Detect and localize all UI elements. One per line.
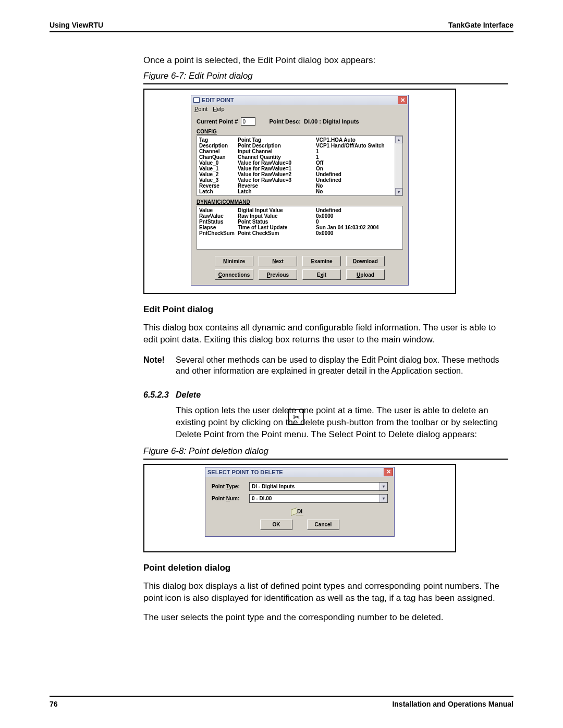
config-desc: Value for RawValue=1 — [238, 166, 316, 171]
dyn-key: PntCheckSum — [199, 230, 238, 236]
dynamic-grid[interactable]: ValueDigital Input ValueUndefinedRawValu… — [197, 206, 403, 250]
dyn-desc: Digital Input Value — [238, 207, 316, 213]
menu-help[interactable]: Help — [213, 106, 225, 112]
dynamic-row[interactable]: PntCheckSumPoint CheckSum0x0000 — [199, 230, 400, 236]
edit-point-body-heading: Edit Point dialog — [143, 304, 508, 315]
dynamic-row[interactable]: ValueDigital Input ValueUndefined — [199, 207, 400, 213]
running-head: Using ViewRTU TankGate Interface — [50, 21, 513, 32]
edit-point-dialog: EDIT POINT ✕ Point Help Current Point # … — [191, 95, 409, 286]
cancel-button[interactable]: Cancel — [307, 520, 339, 530]
config-key: Value_0 — [199, 160, 238, 166]
config-desc: Value for RawValue=3 — [238, 177, 316, 183]
config-key: ChanQuan — [199, 154, 238, 160]
point-desc-value: DI.00 : Digital Inputs — [304, 118, 359, 125]
section-title: Delete — [176, 390, 508, 400]
edit-point-title: EDIT POINT — [202, 97, 234, 103]
close-icon[interactable]: ✕ — [398, 96, 407, 104]
config-key: Reverse — [199, 183, 238, 189]
current-point-label: Current Point # — [197, 118, 238, 125]
menu-point[interactable]: Point — [194, 106, 207, 112]
delete-titlebar: SELECT POINT TO DELETE ✕ — [205, 467, 394, 477]
figure-6-8-caption: Figure 6-8: Point deletion dialog — [143, 446, 508, 460]
config-row[interactable]: ChanQuanChannel Quantity1 — [199, 154, 394, 160]
config-key: Value_2 — [199, 171, 238, 177]
deletion-body-heading: Point deletion dialog — [143, 563, 508, 573]
note-row: Note! Several other methods can be used … — [143, 354, 508, 377]
dyn-val: Undefined — [316, 207, 400, 213]
config-val: VCP1.HOA Auto — [316, 137, 394, 143]
section-6-5-2-3-heading: 6.5.2.3 Delete — [143, 390, 508, 400]
config-desc: Latch — [238, 189, 316, 194]
deletion-body-para-1: This dialog box displays a list of defin… — [143, 581, 508, 604]
select-point-to-delete-dialog: SELECT POINT TO DELETE ✕ Point Type: DI … — [205, 467, 395, 537]
chevron-down-icon[interactable]: ▾ — [380, 483, 387, 490]
point-type-label: Point Type: — [212, 484, 249, 489]
minimize-button[interactable]: Minimize — [215, 256, 253, 266]
download-button[interactable]: Download — [346, 256, 385, 266]
dyn-val: 0x0000 — [316, 213, 400, 219]
config-val: On — [316, 166, 394, 171]
scroll-down-icon[interactable]: ▾ — [395, 188, 402, 195]
config-desc: Channel Quantity — [238, 154, 316, 160]
examine-button[interactable]: Examine — [302, 256, 341, 266]
scroll-up-icon[interactable]: ▴ — [395, 136, 402, 143]
dynamic-row[interactable]: PntStatusPoint Status0 — [199, 219, 400, 225]
chevron-down-icon[interactable]: ▾ — [380, 495, 387, 502]
dyn-key: PntStatus — [199, 219, 238, 225]
dynamic-section-label: DYNAMIC/COMMAND — [197, 199, 403, 205]
note-label: Note! — [143, 354, 176, 377]
config-row[interactable]: TagPoint TagVCP1.HOA Auto — [199, 137, 394, 143]
page-footer: 76 Installation and Operations Manual — [50, 696, 513, 708]
intro-text: Once a point is selected, the Edit Point… — [143, 55, 508, 66]
config-val: Undefined — [316, 177, 394, 183]
ok-button[interactable]: OK — [260, 520, 292, 530]
config-desc: Input Channel — [238, 149, 316, 154]
point-type-combo[interactable]: DI - Digital Inputs ▾ — [249, 482, 388, 491]
exit-button[interactable]: Exit — [302, 269, 341, 280]
edit-point-body-para: This dialog box contains all dynamic and… — [143, 322, 508, 346]
section-number: 6.5.2.3 — [143, 390, 176, 400]
footer-title: Installation and Operations Manual — [392, 700, 513, 708]
config-val: VCP1 Hand/Off/Auto Switch — [316, 143, 394, 149]
dyn-key: RawValue — [199, 213, 238, 219]
config-row[interactable]: ChannelInput Channel1 — [199, 149, 394, 154]
config-val: Undefined — [316, 171, 394, 177]
edit-point-titlebar: EDIT POINT ✕ — [191, 95, 408, 105]
current-point-input[interactable] — [241, 117, 255, 126]
close-icon[interactable]: ✕ — [384, 468, 393, 476]
config-key: Latch — [199, 189, 238, 194]
note-text: Several other methods can be used to dis… — [176, 354, 508, 377]
config-scrollbar[interactable]: ▴ ▾ — [395, 136, 402, 195]
config-section-label: CONFIG — [197, 129, 403, 134]
dynamic-row[interactable]: RawValueRaw Input Value0x0000 — [199, 213, 400, 219]
dyn-desc: Point Status — [238, 219, 316, 225]
config-row[interactable]: Value_0Value for RawValue=0Off — [199, 160, 394, 166]
dyn-val: 0x0000 — [316, 230, 400, 236]
dyn-desc: Time of Last Update — [238, 225, 316, 230]
config-row[interactable]: ReverseReverseNo — [199, 183, 394, 189]
dyn-val: Sun Jan 04 16:03:02 2004 — [316, 225, 400, 230]
config-val: 1 — [316, 149, 394, 154]
upload-button[interactable]: Upload — [346, 269, 385, 280]
config-row[interactable]: Value_2Value for RawValue=2Undefined — [199, 171, 394, 177]
config-key: Value_3 — [199, 177, 238, 183]
config-key: Value_1 — [199, 166, 238, 171]
dynamic-row[interactable]: ElapseTime of Last UpdateSun Jan 04 16:0… — [199, 225, 400, 230]
point-num-value: 0 - DI.00 — [250, 495, 380, 502]
point-num-label: Point Num: — [212, 496, 249, 501]
config-row[interactable]: DescriptionPoint DescriptionVCP1 Hand/Of… — [199, 143, 394, 149]
config-val: Off — [316, 160, 394, 166]
config-row[interactable]: Value_3Value for RawValue=3Undefined — [199, 177, 394, 183]
config-row[interactable]: Value_1Value for RawValue=1On — [199, 166, 394, 171]
config-grid[interactable]: ▴ ▾ TagPoint TagVCP1.HOA AutoDescription… — [197, 135, 403, 196]
point-num-combo[interactable]: 0 - DI.00 ▾ — [249, 494, 388, 503]
previous-button[interactable]: Previous — [259, 269, 297, 280]
point-desc-label: Point Desc: — [269, 118, 301, 125]
connections-button[interactable]: Connections — [215, 269, 253, 280]
config-val: No — [316, 183, 394, 189]
config-key: Channel — [199, 149, 238, 154]
config-row[interactable]: LatchLatchNo — [199, 189, 394, 194]
edit-point-menubar: Point Help — [191, 105, 408, 113]
next-button[interactable]: Next — [259, 256, 297, 266]
config-desc: Reverse — [238, 183, 316, 189]
